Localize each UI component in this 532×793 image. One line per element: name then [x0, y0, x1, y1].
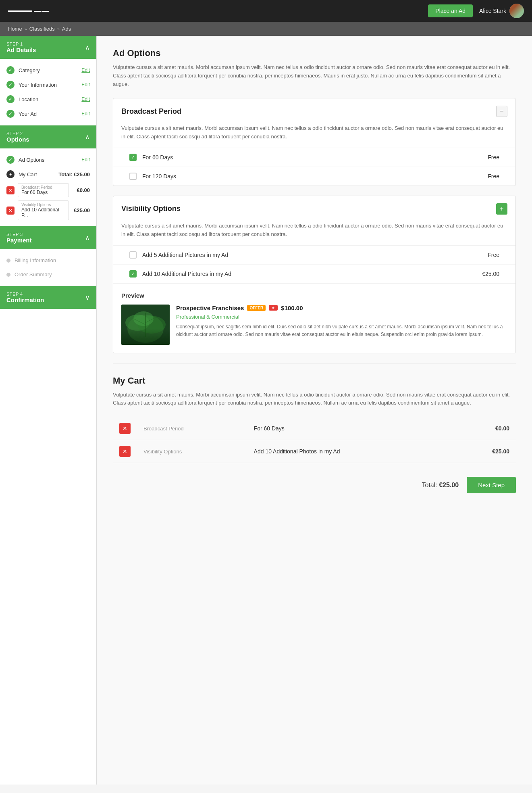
step3-label: STEP 3 [6, 232, 32, 237]
category-edit-link[interactable]: Edit [81, 67, 90, 73]
preview-ad-title: Prospective Franchises [176, 305, 244, 311]
page-title: Ad Options [113, 48, 516, 58]
billing-label: Billing Information [15, 257, 56, 263]
step4-header[interactable]: STEP 4 Confirmation ∨ [0, 286, 96, 309]
my-cart-label: My Cart [19, 171, 54, 177]
cart-row1-name: For 60 Days [254, 425, 447, 432]
user-info: Alice Stark [479, 4, 524, 18]
cart-row1-type: Broadcast Period [143, 426, 241, 432]
sidebar: STEP 1 Ad Details ∧ ✓ Category Edit ✓ Yo… [0, 36, 97, 785]
cart-item-2-value: Add 10 Additional P... [21, 207, 65, 218]
step1-label: STEP 1 [6, 42, 36, 46]
step3-chevron-icon: ∧ [85, 234, 90, 242]
page-desc: Vulputate cursus a sit amet mauris. Morb… [113, 63, 516, 88]
user-name: Alice Stark [479, 8, 506, 14]
step3-header[interactable]: STEP 3 Payment ∧ [0, 226, 96, 249]
broadcast-card: Broadcast Period − Vulputate cursus a si… [113, 98, 516, 186]
cart-row1-price: €0.00 [460, 425, 509, 432]
visibility-5-checkbox[interactable] [129, 251, 137, 259]
cart-total: Total: €25.00 [422, 482, 459, 489]
step2-content: ✓ Ad Options Edit ● My Cart Total: €25.0… [0, 148, 96, 226]
preview-section: Preview [113, 284, 515, 353]
breadcrumb-home[interactable]: Home [8, 26, 22, 32]
sidebar-item-my-cart: ● My Cart Total: €25.00 [0, 167, 96, 182]
cart-item-box-1: Broadcast Period For 60 Days [18, 183, 69, 197]
sidebar-cart-row-2: ✕ Visibility Options Add 10 Additional P… [0, 199, 96, 222]
step3-content: Billing Information Order Summary [0, 249, 96, 286]
main-layout: STEP 1 Ad Details ∧ ✓ Category Edit ✓ Yo… [0, 36, 532, 785]
preview-top-row: Prospective Franchises OFFER $100.00 [176, 305, 507, 311]
location-edit-link[interactable]: Edit [81, 96, 90, 102]
order-summary-label: Order Summary [15, 271, 52, 278]
visibility-option-5: Add 5 Additional Pictures in my Ad Free [113, 246, 515, 265]
visibility-5-price: Free [488, 252, 499, 258]
breadcrumb-sep1: » [25, 27, 27, 31]
cart-total-value: €25.00 [439, 482, 459, 488]
cart-table-row-1: ✕ Broadcast Period For 60 Days €0.00 [113, 417, 516, 440]
cart-remove-row1-button[interactable]: ✕ [119, 423, 131, 434]
cart-row2-name: Add 10 Additional Photos in my Ad [254, 448, 447, 455]
sidebar-item-location: ✓ Location Edit [0, 92, 96, 106]
broadcast-card-header: Broadcast Period − [113, 98, 515, 124]
cart-table: ✕ Broadcast Period For 60 Days €0.00 ✕ [113, 417, 516, 463]
visibility-expand-button[interactable]: + [496, 203, 507, 215]
step2-header[interactable]: STEP 2 Options ∧ [0, 125, 96, 148]
svg-point-9 [272, 307, 274, 309]
avatar [509, 4, 524, 18]
preview-info: Prospective Franchises OFFER $100.00 Pro… [176, 305, 507, 345]
visibility-desc: Vulputate cursus a sit amet mauris. Morb… [113, 222, 515, 246]
topnav: —— Place an Ad Alice Stark [0, 0, 532, 22]
cart-remove-row2-button[interactable]: ✕ [119, 446, 131, 457]
preview-image [121, 305, 170, 345]
broadcast-60-label: For 60 Days [142, 154, 488, 161]
my-cart-title: My Cart [113, 376, 516, 386]
cart-item-2-price: €25.00 [72, 207, 90, 213]
sidebar-item-your-info: ✓ Your Information Edit [0, 77, 96, 92]
visibility-10-checkbox[interactable] [129, 270, 137, 278]
cart-remove-1-icon[interactable]: ✕ [6, 186, 15, 194]
cart-row2-type: Visibility Options [143, 449, 241, 455]
step1-title: Ad Details [6, 46, 36, 53]
topnav-right: Place an Ad Alice Stark [428, 4, 524, 18]
place-ad-button[interactable]: Place an Ad [428, 4, 473, 17]
cart-remove-2-icon[interactable]: ✕ [6, 207, 15, 215]
cart-item-box-2: Visibility Options Add 10 Additional P..… [18, 200, 69, 220]
ad-options-label: Ad Options [19, 157, 77, 163]
breadcrumb-classifieds[interactable]: Classifieds [29, 26, 55, 32]
broadcast-120-price: Free [488, 173, 499, 179]
step1-header[interactable]: STEP 1 Ad Details ∧ [0, 36, 96, 59]
preview-category: Professional & Commercial [176, 314, 507, 320]
section-divider [113, 363, 516, 363]
visibility-card: Visibility Options + Vulputate cursus a … [113, 196, 516, 353]
sidebar-item-billing: Billing Information [0, 253, 96, 267]
broadcast-collapse-button[interactable]: − [496, 106, 507, 117]
ad-options-check-icon: ✓ [6, 156, 15, 164]
broadcast-60-price: Free [488, 154, 499, 161]
broadcast-option-120: For 120 Days Free [113, 167, 515, 186]
breadcrumb-sep2: » [57, 27, 60, 31]
category-label: Category [19, 67, 77, 73]
step1-chevron-icon: ∧ [85, 44, 90, 51]
your-ad-label: Your Ad [19, 111, 77, 117]
visibility-card-header: Visibility Options + [113, 196, 515, 222]
cart-footer: Total: €25.00 Next Step [113, 473, 516, 493]
cart-row2-price: €25.00 [460, 448, 509, 455]
category-check-icon: ✓ [6, 66, 15, 74]
broadcast-120-checkbox[interactable] [129, 173, 137, 180]
breadcrumb-current: Ads [62, 26, 71, 32]
next-step-button[interactable]: Next Step [467, 477, 516, 493]
your-ad-edit-link[interactable]: Edit [81, 111, 90, 117]
breadcrumb: Home » Classifieds » Ads [0, 22, 532, 36]
broadcast-120-label: For 120 Days [142, 173, 488, 179]
my-cart-desc: Vulputate cursus a sit amet mauris. Morb… [113, 391, 516, 408]
step2-title: Options [6, 136, 29, 143]
step4-label: STEP 4 [6, 292, 44, 296]
broadcast-desc: Vulputate cursus a sit amet mauris. Morb… [113, 124, 515, 148]
your-info-label: Your Information [19, 82, 77, 88]
your-info-edit-link[interactable]: Edit [81, 82, 90, 88]
broadcast-60-checkbox[interactable] [129, 154, 137, 161]
ad-options-edit-link[interactable]: Edit [81, 157, 90, 163]
cart-table-row-2: ✕ Visibility Options Add 10 Additional P… [113, 440, 516, 463]
broadcast-title: Broadcast Period [121, 107, 181, 116]
photo-badge-icon [269, 305, 278, 311]
